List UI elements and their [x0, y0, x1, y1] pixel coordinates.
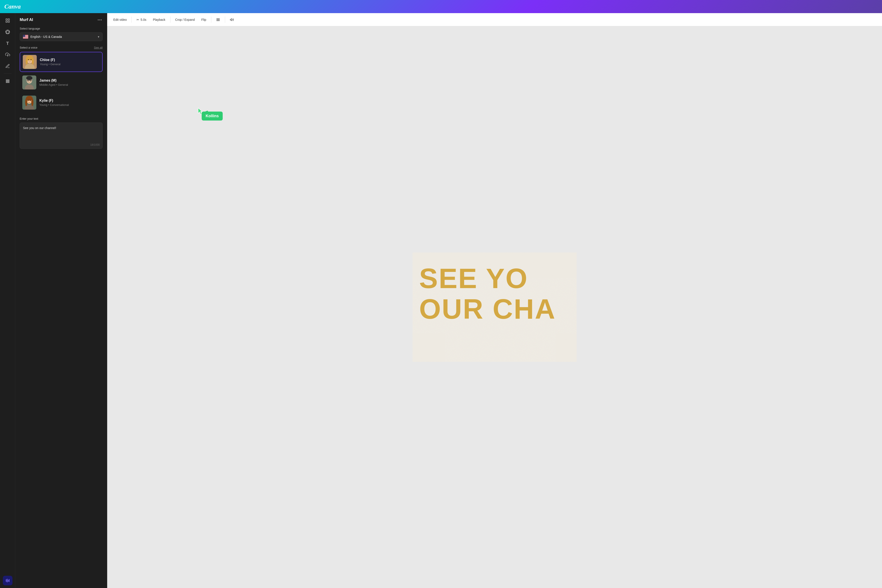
svg-point-33 — [32, 57, 34, 64]
select-language-label: Select language — [20, 27, 103, 30]
voice-item-james[interactable]: James (M) Middle-Aged • General — [20, 73, 103, 92]
svg-rect-3 — [8, 21, 9, 22]
voice-name-chloe: Chloe (F) — [40, 58, 99, 62]
text-input-content[interactable]: See you on our channel! — [23, 126, 99, 130]
voice-avatar-kylie — [22, 96, 36, 110]
edit-video-button[interactable]: Edit video — [111, 16, 129, 23]
voice-name-kylie: Kylie (F) — [39, 99, 100, 103]
svg-point-7 — [6, 80, 7, 81]
voice-avatar-james — [22, 75, 36, 90]
svg-point-34 — [28, 59, 29, 60]
kollins-tooltip: Kollins — [202, 112, 223, 120]
scissors-icon: ✂ — [136, 18, 139, 21]
svg-point-14 — [7, 82, 8, 83]
svg-rect-0 — [6, 19, 7, 20]
text-icon: T — [6, 41, 9, 46]
voice-item-chloe[interactable]: Chloe (F) Young • General — [20, 52, 103, 72]
voice-name-james: James (M) — [39, 78, 100, 82]
sidebar-item-upload[interactable] — [3, 50, 12, 60]
language-select-left: English - US & Canada — [23, 35, 62, 39]
canva-logo: Canva — [4, 3, 21, 10]
volume-button[interactable] — [227, 16, 237, 23]
cut-button[interactable]: ✂ 5.0s — [134, 16, 149, 23]
voice-info-james: James (M) Middle-Aged • General — [39, 78, 100, 86]
murf-panel: Murf AI Select language — [15, 13, 107, 196]
svg-marker-56 — [230, 18, 232, 21]
svg-marker-58 — [198, 108, 202, 114]
cursor-arrow — [197, 108, 203, 116]
toolbar: Edit video ✂ 5.0s Playback Crop / Expand… — [107, 13, 294, 26]
crop-expand-button[interactable]: Crop / Expand — [172, 16, 198, 23]
svg-point-52 — [30, 100, 31, 101]
sidebar-divider — [4, 74, 12, 74]
voice-item-kylie[interactable]: Kylie (F) Young • Conversational — [20, 93, 103, 112]
svg-point-50 — [31, 98, 33, 106]
left-sidebar: T — [0, 13, 15, 196]
svg-point-35 — [31, 59, 32, 60]
svg-point-51 — [28, 100, 28, 101]
text-input-box[interactable]: See you on our channel! 18/1000 — [20, 123, 103, 149]
svg-point-43 — [28, 80, 28, 81]
voice-info-chloe: Chloe (F) Young • General — [40, 58, 99, 66]
murf-panel-title: Murf AI — [20, 18, 33, 22]
voice-desc-james: Middle-Aged • General — [39, 83, 100, 86]
header-bar: Canva — [0, 0, 294, 13]
char-count: 18/1000 — [90, 143, 100, 146]
select-voice-label: Select a voice — [20, 46, 38, 49]
crop-expand-label: Crop / Expand — [175, 18, 195, 21]
flip-label: Flip — [201, 18, 206, 21]
playback-label: Playback — [153, 18, 165, 21]
sidebar-item-draw[interactable] — [3, 61, 12, 71]
svg-point-49 — [25, 98, 27, 106]
svg-point-15 — [8, 82, 9, 83]
playback-button[interactable]: Playback — [150, 16, 168, 23]
hamburger-button[interactable] — [213, 16, 223, 23]
voice-info-kylie: Kylie (F) Young • Conversational — [39, 99, 100, 106]
svg-point-12 — [8, 81, 9, 82]
svg-point-32 — [26, 57, 28, 64]
sidebar-item-elements[interactable] — [3, 27, 12, 37]
see-all-button[interactable]: See all — [94, 46, 103, 49]
voice-list: Chloe (F) Young • General — [20, 52, 103, 112]
svg-point-10 — [6, 81, 7, 82]
language-select-dropdown[interactable]: English - US & Canada ▾ — [20, 32, 103, 41]
voice-header: Select a voice See all — [20, 46, 103, 49]
svg-rect-27 — [23, 35, 25, 37]
canvas-area: SEE YO OUR CHA Kollins — [107, 26, 294, 196]
murf-panel-header: Murf AI — [20, 18, 103, 22]
svg-point-8 — [7, 80, 8, 81]
voice-desc-chloe: Young • General — [40, 63, 99, 66]
svg-rect-2 — [6, 21, 7, 22]
flag-icon — [23, 35, 28, 39]
tooltip-label: Kollins — [206, 114, 219, 118]
voice-desc-kylie: Young • Conversational — [39, 103, 100, 106]
svg-rect-1 — [8, 19, 9, 20]
svg-point-13 — [6, 82, 7, 83]
more-options-button[interactable] — [97, 19, 103, 21]
language-value: English - US & Canada — [30, 35, 62, 39]
toolbar-separator-3 — [211, 16, 212, 23]
voice-avatar-chloe — [23, 55, 37, 69]
duration-label: 5.0s — [140, 18, 146, 21]
chevron-down-icon: ▾ — [98, 35, 99, 39]
sidebar-item-apps[interactable] — [3, 76, 12, 86]
svg-point-11 — [7, 81, 8, 82]
sidebar-item-layout[interactable] — [3, 16, 12, 26]
enter-text-label: Enter your text — [20, 117, 103, 120]
edit-video-label: Edit video — [113, 18, 127, 21]
sidebar-item-text[interactable]: T — [3, 39, 12, 48]
svg-point-9 — [8, 80, 9, 81]
flip-button[interactable]: Flip — [199, 16, 209, 23]
svg-point-44 — [30, 80, 31, 81]
